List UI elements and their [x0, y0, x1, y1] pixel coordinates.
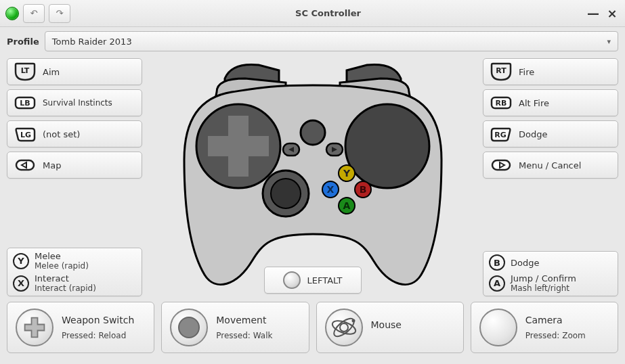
close-button[interactable]: × — [605, 6, 620, 20]
svg-text:RB: RB — [496, 99, 507, 108]
binding-b[interactable]: B Dodge — [489, 254, 612, 271]
svg-text:Y: Y — [342, 168, 350, 179]
svg-text:B: B — [359, 184, 366, 195]
controller-svg: Y X B A — [157, 58, 469, 288]
svg-text:A: A — [343, 200, 350, 211]
home-button-icon — [283, 271, 301, 289]
lt-icon: LT — [13, 62, 37, 81]
binding-rb[interactable]: RB Alt Fire — [483, 89, 618, 116]
binding-rt[interactable]: RT Fire — [483, 58, 618, 85]
a-button-icon: A — [489, 275, 505, 292]
x-button-icon: X — [13, 275, 29, 292]
dpad-title: Weapon Switch — [62, 315, 134, 325]
back-icon — [13, 156, 37, 175]
binding-x-line1: Interact — [35, 273, 136, 283]
binding-a-line2: Mash left/right — [511, 283, 612, 293]
binding-lt-label: Aim — [43, 67, 136, 77]
stick-title: Movement — [216, 315, 272, 325]
stick-sub: Pressed: Walk — [216, 331, 272, 340]
svg-point-27 — [331, 315, 357, 339]
binding-rg[interactable]: RG Dodge — [483, 120, 618, 147]
binding-back[interactable]: Map — [7, 152, 142, 179]
binding-lg[interactable]: LG (not set) — [7, 120, 142, 147]
binding-y-line1: Melee — [35, 251, 136, 261]
svg-point-11 — [271, 179, 301, 208]
close-icon: × — [607, 6, 617, 20]
gyro-icon — [325, 309, 363, 346]
binding-x[interactable]: X Interact Interact (rapid) — [13, 273, 136, 293]
lb-icon: LB — [13, 93, 37, 112]
binding-lb-label: Survival Instincts — [43, 98, 136, 108]
status-indicator-icon[interactable] — [5, 7, 19, 20]
svg-point-6 — [345, 104, 429, 188]
minimize-button[interactable]: — — [586, 6, 601, 20]
chevron-down-icon: ▾ — [607, 37, 611, 46]
binding-lb[interactable]: LB Survival Instincts — [7, 89, 142, 116]
svg-point-7 — [301, 120, 325, 145]
svg-text:LG: LG — [20, 131, 31, 139]
svg-text:RT: RT — [496, 66, 507, 75]
center-binding[interactable]: LEFTALT — [264, 267, 362, 294]
binding-start-label: Menu / Cancel — [519, 160, 612, 170]
binding-y-line2: Melee (rapid) — [35, 261, 136, 271]
profile-current: Tomb Raider 2013 — [52, 37, 132, 47]
rpad-sub: Pressed: Zoom — [525, 331, 586, 340]
redo-button[interactable]: ↷ — [49, 4, 70, 23]
profile-label: Profile — [7, 37, 39, 47]
binding-rb-label: Alt Fire — [519, 98, 612, 108]
profile-bar: Profile Tomb Raider 2013 ▾ — [0, 27, 625, 55]
gyro-title: Mouse — [371, 319, 402, 330]
binding-rt-label: Fire — [519, 67, 612, 77]
binding-rg-label: Dodge — [519, 129, 612, 139]
y-button-icon: Y — [13, 253, 29, 269]
svg-text:RG: RG — [494, 131, 507, 139]
stick-icon — [170, 309, 208, 346]
face-buttons-right: B Dodge A Jump / Confirm Mash left/right — [483, 251, 618, 296]
binding-dpad[interactable]: Weapon Switch Pressed: Reload — [7, 302, 154, 353]
svg-rect-4 — [16, 160, 34, 170]
titlebar: ↶ ↷ SC Controller — × — [0, 0, 625, 27]
dpad-icon — [16, 309, 53, 346]
svg-text:LB: LB — [20, 99, 30, 108]
svg-text:LT: LT — [21, 66, 30, 75]
face-buttons-left: Y Melee Melee (rapid) X Interact Interac… — [7, 248, 142, 296]
undo-button[interactable]: ↶ — [23, 4, 45, 23]
minimize-icon: — — [587, 6, 599, 20]
binding-y[interactable]: Y Melee Melee (rapid) — [13, 251, 136, 271]
binding-a[interactable]: A Jump / Confirm Mash left/right — [489, 273, 612, 293]
binding-back-label: Map — [43, 160, 136, 170]
binding-x-line2: Interact (rapid) — [35, 283, 136, 293]
rpad-title: Camera — [525, 315, 586, 325]
lg-icon: LG — [13, 124, 37, 143]
redo-icon: ↷ — [56, 8, 64, 18]
binding-start[interactable]: Menu / Cancel — [483, 152, 618, 179]
svg-text:X: X — [326, 184, 334, 195]
rt-icon: RT — [489, 62, 513, 81]
svg-point-28 — [351, 319, 355, 323]
rb-icon: RB — [489, 93, 513, 112]
svg-point-25 — [340, 323, 348, 332]
start-icon — [489, 156, 513, 175]
bottom-row: Weapon Switch Pressed: Reload Movement P… — [0, 296, 625, 359]
svg-rect-24 — [492, 160, 510, 170]
undo-icon: ↶ — [30, 8, 38, 18]
main-content: LT Aim LB Survival Instincts LG (not set… — [0, 55, 625, 296]
profile-select[interactable]: Tomb Raider 2013 ▾ — [45, 31, 618, 51]
binding-gyro[interactable]: Mouse — [316, 302, 464, 353]
binding-a-line1: Jump / Confirm — [511, 273, 612, 283]
binding-rpad[interactable]: Camera Pressed: Zoom — [471, 302, 618, 353]
rpad-icon — [479, 309, 517, 346]
right-column: RT Fire RB Alt Fire RG Dodge Menu / Canc… — [483, 58, 618, 296]
binding-lt[interactable]: LT Aim — [7, 58, 142, 85]
rg-icon: RG — [489, 124, 513, 143]
dpad-sub: Pressed: Reload — [62, 331, 134, 340]
binding-b-line1: Dodge — [511, 258, 612, 268]
controller-diagram: Y X B A LEFTALT — [148, 58, 477, 296]
left-column: LT Aim LB Survival Instincts LG (not set… — [7, 58, 142, 296]
window-title: SC Controller — [74, 8, 582, 18]
b-button-icon: B — [489, 254, 505, 271]
center-binding-label: LEFTALT — [307, 275, 343, 286]
binding-stick[interactable]: Movement Pressed: Walk — [161, 302, 309, 353]
binding-lg-label: (not set) — [43, 129, 136, 139]
